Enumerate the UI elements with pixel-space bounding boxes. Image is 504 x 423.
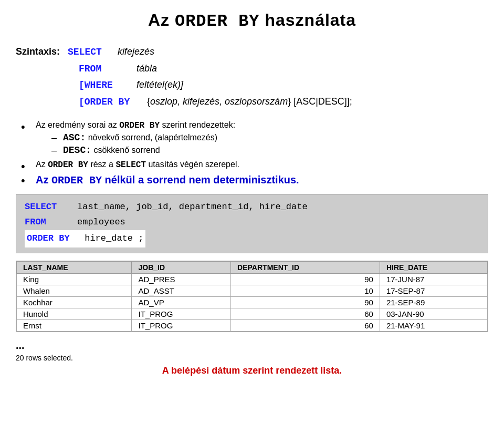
bullet-3: Az ORDER BY nélkül a sorrend nem determi… [21,174,488,187]
table-cell: 21-SEP-89 [380,297,487,308]
bullet-list: Az eredmény sorai az ORDER BY szerint re… [16,120,488,187]
table-cell: 90 [231,274,380,285]
code-select-val: last_name, job_id, department_id, hire_d… [77,200,308,215]
table-cell: 17-JUN-87 [380,274,487,285]
bullet-2: Az ORDER BY rész a SELECT utasítás végén… [21,160,488,170]
table-cell: AD_VP [132,297,231,308]
asc-desc: növekvő sorrend, (alapértelmezés) [88,133,217,142]
table-row: KochharAD_VP9021-SEP-89 [17,297,488,308]
syntax-section: Szintaxis: SELECT kifejezés FROM tábla [… [16,44,488,110]
table-row: HunoldIT_PROG6003-JAN-90 [17,308,488,320]
table-cell: 17-SEP-87 [380,285,487,297]
table-cell: Ernst [17,320,132,332]
syntax-orderby-kw: [ORDER BY [79,94,147,110]
syntax-label: Szintaxis: [16,46,60,57]
syntax-expr: kifejezés [118,46,154,57]
ellipsis: ... [16,337,488,354]
table-cell: 03-JAN-90 [380,308,487,320]
title-orderby: ORDER BY [175,12,260,31]
table-cell: AD_PRES [132,274,231,285]
table-cell: 21-MAY-91 [380,320,487,332]
bullet-2-text: Az ORDER BY rész a SELECT utasítás végén… [36,160,239,169]
sub-asc: ASC: növekvő sorrend, (alapértelmezés) [51,132,488,143]
table-cell: Kochhar [17,297,132,308]
table-cell: IT_PROG [132,320,231,332]
syntax-table: tábla [136,60,157,77]
asc-kw: ASC: [63,132,86,143]
syntax-from-line: FROM tábla [79,60,488,77]
table-header-row: LAST_NAME JOB_ID DEPARTMENT_ID HIRE_DATE [17,262,488,274]
desc-desc: csökkenő sorrend [93,146,160,154]
order-by-ref-3: ORDER BY [51,174,102,187]
rows-selected: 20 rows selected. [16,354,488,362]
table-cell: 60 [231,308,380,320]
syntax-condition: feltétel(ek)] [136,77,183,93]
syntax-select: SELECT [68,47,102,57]
bullet-3-text: Az ORDER BY nélkül a sorrend nem determi… [36,174,299,185]
table-cell: AD_ASST [132,285,231,297]
table-row: KingAD_PRES9017-JUN-87 [17,274,488,285]
bullet-1: Az eredmény sorai az ORDER BY szerint re… [21,120,488,156]
table-cell: 90 [231,297,380,308]
code-from-kw: FROM [25,215,77,230]
code-orderby-line: ORDER BY hire_date ; [25,230,145,247]
table-cell: King [17,274,132,285]
syntax-where-kw: [WHERE [79,77,136,94]
syntax-from-kw: FROM [79,61,136,77]
syntax-where-line: [WHERE feltétel(ek)] [79,77,488,94]
table-cell: Whalen [17,285,132,297]
sub-list-1: ASC: növekvő sorrend, (alapértelmezés) D… [36,132,488,156]
table-row: WhalenAD_ASST1017-SEP-87 [17,285,488,297]
code-orderby-val: hire_date ; [85,233,143,243]
order-by-ref-2: ORDER BY [48,160,88,170]
code-block: SELECT last_name, job_id, department_id,… [16,194,488,253]
code-select-kw: SELECT [25,200,77,215]
desc-kw: DESC: [63,145,91,156]
page-title: Az ORDER BY használata [16,11,488,31]
table-cell: IT_PROG [132,308,231,320]
code-from-val: employees [77,215,125,230]
table-cell: Hunold [17,308,132,320]
code-line-3: ORDER BY hire_date ; [25,230,479,247]
order-by-ref-1: ORDER BY [119,121,160,130]
bullet-1-text: Az eredmény sorai az ORDER BY szerint re… [36,120,235,129]
syntax-orderby-line: [ORDER BY {oszlop, kifejezés, oszlopsors… [79,94,488,110]
table-cell: 10 [231,285,380,297]
col-department-id: DEPARTMENT_ID [231,262,380,274]
code-line-2: FROM employees [25,215,479,230]
results-table: LAST_NAME JOB_ID DEPARTMENT_ID HIRE_DATE… [16,261,488,332]
results-table-container: LAST_NAME JOB_ID DEPARTMENT_ID HIRE_DATE… [16,261,488,332]
table-cell: 60 [231,320,380,332]
table-row: ErnstIT_PROG6021-MAY-91 [17,320,488,332]
syntax-orderby-val: {oszlop, kifejezés, oszlopsorszám} [ASC|… [147,94,352,110]
code-orderby-kw: ORDER BY [27,231,79,246]
code-line-1: SELECT last_name, job_id, department_id,… [25,200,479,215]
col-job-id: JOB_ID [132,262,231,274]
select-ref: SELECT [116,160,146,170]
col-hire-date: HIRE_DATE [380,262,487,274]
footer-caption: A belépési dátum szerint rendezett lista… [16,365,488,376]
col-last-name: LAST_NAME [17,262,132,274]
sub-desc: DESC: csökkenő sorrend [51,145,488,156]
